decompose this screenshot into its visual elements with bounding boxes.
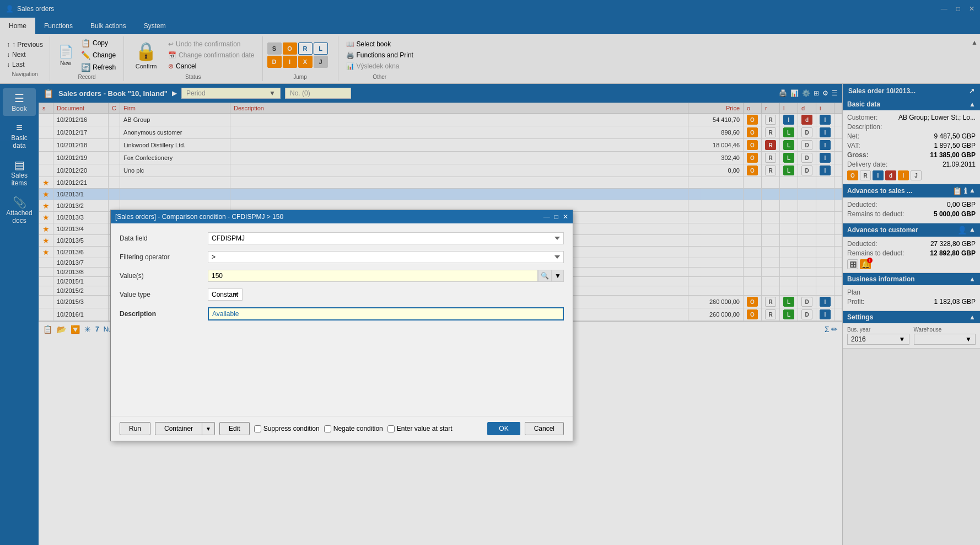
suppress-condition-checkbox[interactable] xyxy=(254,425,261,432)
dialog-cancel-button[interactable]: Cancel xyxy=(525,422,564,435)
description-row: Description xyxy=(120,307,564,320)
dialog-maximize-button[interactable]: □ xyxy=(554,213,558,221)
suppress-condition-checkbox-label[interactable]: Suppress condition xyxy=(254,425,320,432)
dialog-minimize-button[interactable]: — xyxy=(543,213,550,221)
value-type-row: Value type Constant xyxy=(120,288,564,301)
values-label: Value(s) xyxy=(120,272,208,280)
dialog-close-button[interactable]: ✕ xyxy=(563,213,568,221)
container-button[interactable]: Container xyxy=(155,422,202,435)
data-field-label: Data field xyxy=(120,234,208,242)
values-dropdown-button[interactable]: ▼ xyxy=(552,270,564,282)
enter-value-checkbox[interactable] xyxy=(387,425,395,432)
negate-condition-checkbox-label[interactable]: Negate condition xyxy=(324,425,383,432)
enter-value-checkbox-label[interactable]: Enter value at start xyxy=(387,425,453,432)
value-type-label: Value type xyxy=(120,291,208,298)
value-type-select[interactable]: Constant xyxy=(208,288,243,301)
description-label: Description xyxy=(120,310,208,318)
dialog-titlebar: [Sales orders] - Comparison condition - … xyxy=(111,210,573,223)
dialog-footer: Run Container ▼ Edit Suppress condition … xyxy=(111,416,573,441)
filtering-operator-label: Filtering operator xyxy=(120,253,208,261)
edit-button[interactable]: Edit xyxy=(219,422,250,435)
container-arrow-button[interactable]: ▼ xyxy=(202,422,215,435)
dialog-overlay: [Sales orders] - Comparison condition - … xyxy=(0,0,980,545)
ok-button[interactable]: OK xyxy=(487,422,520,435)
description-input[interactable] xyxy=(208,307,564,320)
container-group: Container ▼ xyxy=(155,422,215,435)
dialog-body: Data field CFDISPMJ Filtering operator > xyxy=(111,223,573,416)
filtering-operator-row: Filtering operator > xyxy=(120,251,564,263)
data-field-row: Data field CFDISPMJ xyxy=(120,232,564,244)
data-field-select[interactable]: CFDISPMJ xyxy=(208,232,564,244)
run-button[interactable]: Run xyxy=(120,422,150,435)
values-row: Value(s) 🔍 ▼ xyxy=(120,270,564,282)
filtering-operator-select[interactable]: > xyxy=(208,251,564,263)
negate-condition-checkbox[interactable] xyxy=(324,425,331,432)
comparison-condition-dialog: [Sales orders] - Comparison condition - … xyxy=(110,210,573,441)
values-search-button[interactable]: 🔍 xyxy=(538,270,552,282)
values-input[interactable] xyxy=(208,270,538,282)
dialog-title: [Sales orders] - Comparison condition - … xyxy=(115,213,283,221)
